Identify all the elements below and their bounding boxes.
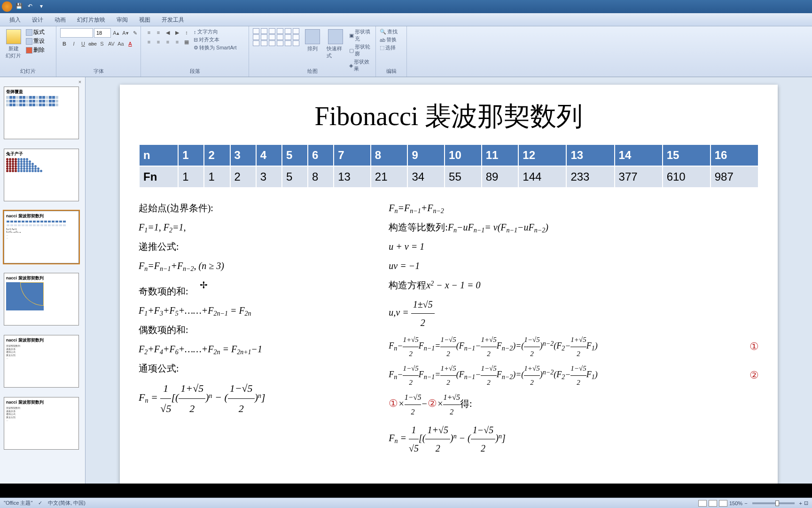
sorter-view-icon[interactable] xyxy=(709,500,717,507)
tab-developer[interactable]: 开发工具 xyxy=(156,14,190,26)
align-left-icon[interactable]: ≡ xyxy=(145,38,153,46)
delete-button[interactable]: 删除 xyxy=(26,46,45,54)
text-direction-button[interactable]: ↕文字方向 xyxy=(194,28,236,35)
math-left-column[interactable]: 起始点(边界条件): F1=1, F2=1, 递推公式: Fn=Fn−1+Fn−… xyxy=(139,198,370,459)
ribbon-group-editing: 🔍查找 ab替换 ⬚选择 编辑 xyxy=(376,26,407,77)
replace-label: 替换 xyxy=(386,36,397,43)
reset-button[interactable]: 重设 xyxy=(26,37,45,45)
grow-font-icon[interactable]: A▴ xyxy=(112,29,120,37)
new-slide-label: 新建 幻灯片 xyxy=(6,45,21,59)
numbering-icon[interactable]: ≡ xyxy=(154,28,163,37)
smartart-button[interactable]: ⚙转换为 SmartArt xyxy=(194,44,236,51)
strike-icon[interactable]: abc xyxy=(88,40,97,48)
align-center-icon[interactable]: ≡ xyxy=(154,38,163,46)
table-col-n: 9 xyxy=(407,144,445,166)
general-label: 通项公式: xyxy=(139,359,370,377)
tab-view[interactable]: 视图 xyxy=(133,14,156,26)
slide-editor[interactable]: Fibonacci 裴波那契数列 n1234567891011121314151… xyxy=(86,77,812,484)
thumbnail-slide[interactable]: nacci 裴波那契数列裴波那契数列递推关系通项公式黄金分割... xyxy=(4,335,81,388)
group-label-editing: 编辑 xyxy=(376,67,406,76)
fit-window-icon[interactable]: ⊡ xyxy=(804,500,808,506)
shape-fill-button[interactable]: ▣形状填充 xyxy=(349,28,372,42)
table-cell-fn: 1 xyxy=(178,166,204,188)
tab-animations[interactable]: 动画 xyxy=(49,14,71,26)
font-size-input[interactable] xyxy=(94,28,111,38)
normal-view-icon[interactable] xyxy=(698,500,707,507)
table-col-n: 15 xyxy=(663,144,710,166)
justify-icon[interactable]: ≡ xyxy=(173,38,181,46)
layout-button[interactable]: 版式 xyxy=(26,28,45,36)
save-icon[interactable]: 💾 xyxy=(14,1,23,11)
increase-indent-icon[interactable]: ▶ xyxy=(173,28,181,37)
eq-number-1: ① xyxy=(750,337,759,357)
new-slide-button[interactable]: 新建 幻灯片 xyxy=(4,28,23,60)
panel-close-icon[interactable]: × xyxy=(77,79,83,86)
group-label-slides: 幻灯片 xyxy=(0,67,56,76)
math-right-column[interactable]: Fn=Fn−1+Fn−2 构造等比数列:Fn−uFn−1= v(Fn−1−uFn… xyxy=(389,198,759,459)
ribbon-group-font: A▴ A▾ ✎ B I U abc S AV Aa A 字体 xyxy=(56,26,141,77)
zoom-slider[interactable] xyxy=(752,502,795,504)
office-button[interactable] xyxy=(2,1,12,12)
table-col-n: 1 xyxy=(178,144,204,166)
shrink-font-icon[interactable]: A▾ xyxy=(121,29,130,37)
spellcheck-icon[interactable]: ✓ xyxy=(38,500,42,506)
thumbnail-slide[interactable]: nacci 裴波那契数列裴波那契数列递推关系通项公式黄金分割... xyxy=(4,397,81,450)
table-cell-fn: 377 xyxy=(615,166,663,188)
zoom-in-icon[interactable]: + xyxy=(799,500,802,506)
replace-button[interactable]: ab替换 xyxy=(380,36,398,43)
ribbon-group-paragraph: ≡ ≡ ◀ ▶ ↕ ≡ ≡ ≡ ≡ ▦ ↕文字方向 ⊟对齐文本 ⚙转换为 Sma… xyxy=(141,26,249,77)
even-eq: F2+F4+F6+……+F2n = F2n+1−1 xyxy=(139,340,370,358)
italic-icon[interactable]: I xyxy=(70,40,78,48)
shapes-gallery[interactable] xyxy=(253,28,300,46)
thumbnail-slide[interactable]: nacci 裴波那契数列F₁=1 F₂=1Fₙ=Fₙ₋₁+Fₙ₋₂...... xyxy=(4,211,81,263)
char-spacing-icon[interactable]: AV xyxy=(107,40,116,48)
qat-dropdown-icon[interactable]: ▾ xyxy=(37,1,46,11)
shape-outline-button[interactable]: ▢形状轮廓 xyxy=(349,43,372,57)
odd-eq: F1+F3+F5+……+F2n−1 = F2n xyxy=(139,302,370,319)
line-spacing-icon[interactable]: ↕ xyxy=(182,28,191,37)
slide-thumbnails-panel[interactable]: × 骨牌覆盖兔子产子nacci 裴波那契数列F₁=1 F₂=1Fₙ=Fₙ₋₁+F… xyxy=(0,77,86,484)
table-cell-fn: 610 xyxy=(663,166,710,188)
arrange-button[interactable]: 排列 xyxy=(303,28,322,53)
group-label-paragraph: 段落 xyxy=(141,67,249,76)
thumbnail-slide[interactable]: 骨牌覆盖 xyxy=(4,87,81,139)
bullets-icon[interactable]: ≡ xyxy=(145,28,153,37)
columns-icon[interactable]: ▦ xyxy=(182,38,191,46)
title-bar: 💾 ↶ ▾ xyxy=(0,0,812,13)
select-label: 选择 xyxy=(385,44,396,51)
ribbon-tabs: 插入 设计 动画 幻灯片放映 审阅 视图 开发工具 xyxy=(0,13,812,26)
tab-design[interactable]: 设计 xyxy=(26,14,49,26)
thumbnail-slide[interactable]: nacci 裴波那契数列 xyxy=(4,273,81,325)
select-icon: ⬚ xyxy=(380,45,384,51)
table-cell-fn: 2 xyxy=(230,166,256,188)
eq-number-2: ② xyxy=(750,365,759,385)
thumbnail-slide[interactable]: 兔子产子 xyxy=(4,149,81,201)
slide-canvas[interactable]: Fibonacci 裴波那契数列 n1234567891011121314151… xyxy=(120,85,778,484)
shadow-icon[interactable]: S xyxy=(98,40,106,48)
status-bar: "Office 主题" ✓ 中文(简体, 中国) 150% − + ⊡ xyxy=(0,498,812,508)
underline-icon[interactable]: U xyxy=(79,40,87,48)
slide-title[interactable]: Fibonacci 裴波那契数列 xyxy=(139,99,759,135)
tab-insert[interactable]: 插入 xyxy=(4,14,26,26)
ribbon-group-slides: 新建 幻灯片 版式 重设 删除 幻灯片 xyxy=(0,26,56,77)
font-color-icon[interactable]: A xyxy=(126,40,134,48)
font-family-input[interactable] xyxy=(60,28,93,38)
clear-format-icon[interactable]: ✎ xyxy=(131,29,139,37)
change-case-icon[interactable]: Aa xyxy=(117,40,125,48)
align-right-icon[interactable]: ≡ xyxy=(164,38,172,46)
align-text-button[interactable]: ⊟对齐文本 xyxy=(194,36,236,43)
select-button[interactable]: ⬚选择 xyxy=(380,44,398,51)
table-col-n: 16 xyxy=(710,144,758,166)
undo-icon[interactable]: ↶ xyxy=(25,1,35,11)
tab-slideshow[interactable]: 幻灯片放映 xyxy=(71,14,111,26)
find-button[interactable]: 🔍查找 xyxy=(380,28,398,35)
decrease-indent-icon[interactable]: ◀ xyxy=(164,28,172,37)
tab-review[interactable]: 审阅 xyxy=(111,14,133,26)
text-direction-icon: ↕ xyxy=(194,29,196,35)
slideshow-view-icon[interactable] xyxy=(719,500,727,507)
bold-icon[interactable]: B xyxy=(60,40,69,48)
quick-styles-button[interactable]: 快速样式 xyxy=(325,28,346,60)
fibonacci-table[interactable]: n12345678910111213141516 Fn1123581321345… xyxy=(139,144,759,188)
zoom-out-icon[interactable]: − xyxy=(744,500,747,506)
status-language[interactable]: 中文(简体, 中国) xyxy=(48,500,85,507)
